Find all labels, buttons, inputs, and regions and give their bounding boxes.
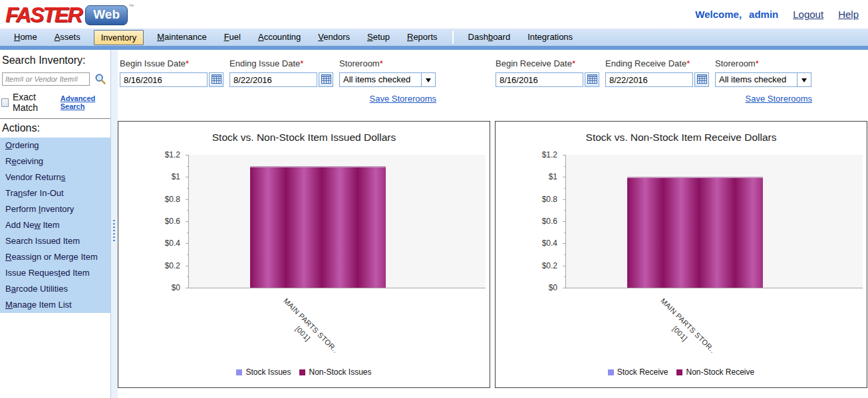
nav-item-fuel[interactable]: Fuel [216,29,249,46]
y-tick-label: $0.6 [542,217,557,226]
nav-item-dashboard[interactable]: Dashboard [460,29,519,46]
exact-match-label: Exact Match [13,92,55,113]
search-row [2,72,110,86]
issue-storeroom-dropdown[interactable]: All items checked [339,72,422,87]
y-minor-tick-mark [564,276,566,277]
legend-item-stock-receive: Stock Receive [608,367,668,377]
action-reassign-or-merge-item[interactable]: Reassign or Merge Item [0,249,110,265]
logo-faster-text: FASTER [5,2,81,27]
nav-separator [452,31,454,44]
y-tick-label: $0.4 [542,239,557,248]
y-tick-label: $0 [172,283,180,292]
action-receiving[interactable]: Receiving [0,153,110,169]
y-tick-mark [563,199,566,200]
begin-receive-date-field: Begin Receive Date* [496,58,599,87]
action-vendor-returns[interactable]: Vendor Returns [0,169,110,185]
search-input[interactable] [2,72,90,86]
charts-row: Stock vs. Non-Stock Item Issued Dollars … [118,121,868,388]
calendar-icon [587,74,597,86]
legend-swatch-non-stock [676,369,682,375]
receive-storeroom-dropdown-button[interactable] [797,72,811,87]
filters-bar: Begin Issue Date* En [118,50,868,121]
x-axis-category-label: MAIN PARTS STOR.. [001] [270,293,343,366]
required-asterisk: * [380,58,383,68]
y-tick-label: $1 [549,172,557,181]
begin-receive-date-input[interactable] [496,72,583,87]
app-header: FASTER Web ™ Welcome, admin Logout Help [0,0,868,29]
exact-match-checkbox[interactable] [1,98,9,107]
help-link[interactable]: Help [838,9,859,20]
action-search-issued-item[interactable]: Search Issued Item [0,233,110,249]
nav-item-integrations[interactable]: Integrations [519,29,581,46]
issue-save-storerooms-link[interactable]: Save Storerooms [370,94,436,104]
ending-receive-date-field: Ending Receive Date* [605,58,709,87]
receive-storeroom-dropdown[interactable]: All items checked [715,72,797,87]
y-axis: $1.2$1$0.8$0.6$0.4$0.2$0 [119,155,189,288]
action-perform-inventory[interactable]: Perform Inventory [0,201,110,217]
receive-storeroom-field: Storeroom* All items checked [715,58,812,87]
content-area: Search Inventory: Exact Match Advanced S… [0,50,868,398]
chart-plot-area: $1.2$1$0.8$0.6$0.4$0.2$0 MAIN PARTS STOR… [188,155,486,288]
issue-storeroom-dropdown-button[interactable] [421,72,436,87]
nav-item-home[interactable]: Home [5,29,46,46]
action-manage-item-list[interactable]: Manage Item List [0,297,110,313]
action-ordering[interactable]: Ordering [0,138,110,153]
advanced-search-link[interactable]: Advanced Search [61,94,110,110]
ending-issue-date-input[interactable] [229,72,317,87]
chart-title: Stock vs. Non-Stock Item Issued Dollars [118,132,490,144]
search-icon [94,77,106,87]
calendar-icon [212,74,221,86]
exact-match-row: Exact Match Advanced Search [1,92,110,113]
main-area: Begin Issue Date* En [118,50,868,398]
legend-swatch-stock [236,369,242,375]
nav-item-accounting[interactable]: Accounting [249,29,309,46]
y-minor-tick-mark [187,210,189,211]
y-tick-label: $0.8 [165,195,180,204]
action-transfer-in-out[interactable]: Transfer In-Out [0,185,110,201]
begin-issue-date-calendar-button[interactable] [209,72,223,87]
chart-legend: Stock Issues Non-Stock Issues [118,367,490,377]
y-tick-mark [186,266,189,266]
receive-save-storerooms-link[interactable]: Save Storerooms [746,94,812,104]
y-tick-label: $1 [172,172,180,181]
logout-link[interactable]: Logout [793,9,823,20]
user-links: Welcome, admin Logout Help [695,9,859,20]
splitter-handle[interactable] [113,220,115,241]
y-minor-tick-mark [564,254,566,255]
action-add-new-item[interactable]: Add New Item [0,217,110,233]
nav-item-inventory[interactable]: Inventory [94,30,144,45]
receive-filter-group: Begin Receive Date* [496,58,812,104]
legend-item-non-stock-receive: Non-Stock Receive [676,367,754,377]
y-tick-label: $0.2 [542,261,557,270]
chevron-down-icon [801,78,807,85]
y-minor-tick-mark [187,188,189,189]
bar-non-stock-issues [250,166,386,288]
nav-item-reports[interactable]: Reports [398,29,446,46]
y-tick-mark [563,221,566,222]
search-button[interactable] [94,73,106,85]
sidebar-splitter [110,50,118,398]
calendar-icon [321,74,331,86]
ending-issue-date-calendar-button[interactable] [319,72,333,87]
required-asterisk: * [300,58,303,68]
ending-receive-date-input[interactable] [605,72,693,87]
legend-swatch-stock [608,369,614,375]
legend-item-stock-issues: Stock Issues [236,367,291,377]
nav-item-maintenance[interactable]: Maintenance [148,29,215,46]
sidebar: Search Inventory: Exact Match Advanced S… [0,50,110,398]
begin-receive-date-calendar-button[interactable] [585,72,599,87]
y-tick-label: $0.4 [165,239,180,248]
y-tick-mark [186,155,189,155]
action-issue-requested-item[interactable]: Issue Requested Item [0,265,110,281]
y-axis: $1.2$1$0.8$0.6$0.4$0.2$0 [496,155,566,288]
ending-receive-date-calendar-button[interactable] [694,72,709,87]
nav-item-assets[interactable]: Assets [46,29,89,46]
y-tick-mark [563,266,566,266]
y-tick-mark [186,243,189,244]
begin-issue-date-input[interactable] [120,72,208,87]
issue-filter-group: Begin Issue Date* En [120,58,436,104]
y-minor-tick-mark [564,166,566,167]
nav-item-vendors[interactable]: Vendors [309,29,359,46]
nav-item-setup[interactable]: Setup [359,29,398,46]
action-barcode-utilities[interactable]: Barcode Utilities [0,281,110,297]
